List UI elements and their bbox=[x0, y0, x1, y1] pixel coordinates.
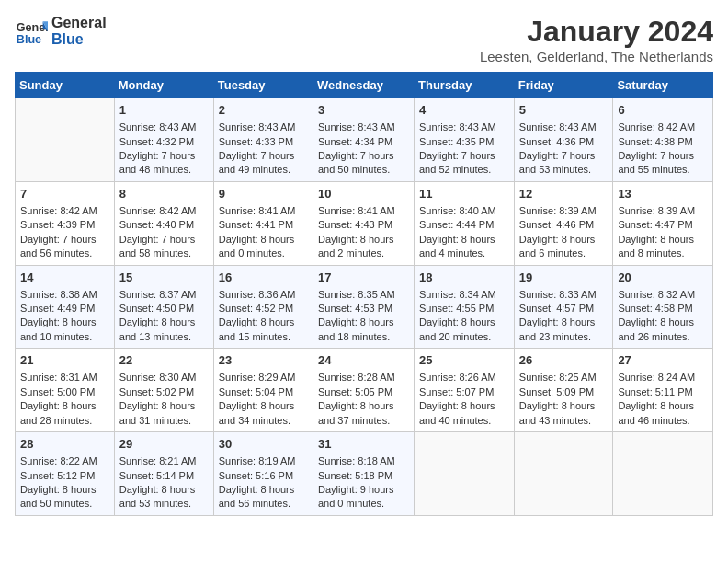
daylight-text: Daylight: 8 hours and 50 minutes. bbox=[20, 484, 97, 509]
sunrise-text: Sunrise: 8:38 AM bbox=[20, 289, 97, 300]
daylight-text: Daylight: 8 hours and 18 minutes. bbox=[318, 316, 394, 341]
sunrise-text: Sunrise: 8:42 AM bbox=[20, 205, 97, 216]
day-cell: 27Sunrise: 8:24 AMSunset: 5:11 PMDayligh… bbox=[613, 349, 713, 432]
daylight-text: Daylight: 8 hours and 13 minutes. bbox=[119, 316, 196, 341]
header-wednesday: Wednesday bbox=[313, 73, 414, 98]
sunset-text: Sunset: 5:07 PM bbox=[419, 386, 494, 397]
day-number: 2 bbox=[219, 102, 308, 119]
day-cell: 15Sunrise: 8:37 AMSunset: 4:50 PMDayligh… bbox=[114, 265, 213, 349]
sunset-text: Sunset: 5:18 PM bbox=[318, 470, 392, 481]
sunrise-text: Sunrise: 8:21 AM bbox=[119, 455, 197, 466]
sunrise-text: Sunrise: 8:18 AM bbox=[318, 455, 395, 466]
day-number: 6 bbox=[618, 102, 708, 119]
day-cell: 26Sunrise: 8:25 AMSunset: 5:09 PMDayligh… bbox=[514, 349, 613, 432]
day-cell: 9Sunrise: 8:41 AMSunset: 4:41 PMDaylight… bbox=[213, 181, 313, 265]
day-number: 12 bbox=[519, 186, 609, 202]
day-cell: 30Sunrise: 8:19 AMSunset: 5:16 PMDayligh… bbox=[213, 432, 313, 516]
day-number: 29 bbox=[119, 436, 209, 453]
day-number: 23 bbox=[219, 352, 308, 369]
sunset-text: Sunset: 4:44 PM bbox=[419, 219, 494, 230]
sunset-text: Sunset: 4:52 PM bbox=[219, 303, 293, 314]
day-number: 3 bbox=[318, 102, 409, 119]
daylight-text: Daylight: 8 hours and 2 minutes. bbox=[318, 234, 394, 259]
day-cell: 5Sunrise: 8:43 AMSunset: 4:36 PMDaylight… bbox=[514, 98, 613, 182]
day-cell bbox=[613, 432, 713, 516]
daylight-text: Daylight: 8 hours and 40 minutes. bbox=[419, 400, 495, 425]
day-cell bbox=[415, 432, 515, 516]
daylight-text: Daylight: 7 hours and 55 minutes. bbox=[618, 150, 694, 175]
daylight-text: Daylight: 8 hours and 46 minutes. bbox=[618, 400, 694, 425]
daylight-text: Daylight: 8 hours and 15 minutes. bbox=[219, 316, 295, 341]
day-cell: 24Sunrise: 8:28 AMSunset: 5:05 PMDayligh… bbox=[313, 349, 414, 432]
day-number: 24 bbox=[318, 352, 409, 369]
daylight-text: Daylight: 8 hours and 4 minutes. bbox=[419, 234, 495, 259]
sunset-text: Sunset: 5:09 PM bbox=[519, 386, 594, 397]
day-cell: 19Sunrise: 8:33 AMSunset: 4:57 PMDayligh… bbox=[514, 265, 613, 349]
sunset-text: Sunset: 4:53 PM bbox=[318, 303, 392, 314]
sunrise-text: Sunrise: 8:43 AM bbox=[318, 121, 395, 132]
daylight-text: Daylight: 8 hours and 53 minutes. bbox=[119, 484, 196, 509]
sunrise-text: Sunrise: 8:29 AM bbox=[219, 372, 296, 383]
day-number: 9 bbox=[219, 186, 308, 202]
daylight-text: Daylight: 7 hours and 56 minutes. bbox=[20, 234, 97, 259]
daylight-text: Daylight: 8 hours and 6 minutes. bbox=[519, 234, 596, 259]
day-cell bbox=[16, 98, 115, 182]
sunrise-text: Sunrise: 8:35 AM bbox=[318, 289, 395, 300]
sunrise-text: Sunrise: 8:36 AM bbox=[219, 289, 296, 300]
sunrise-text: Sunrise: 8:42 AM bbox=[119, 205, 197, 216]
daylight-text: Daylight: 8 hours and 26 minutes. bbox=[618, 316, 694, 341]
week-row-2: 7Sunrise: 8:42 AMSunset: 4:39 PMDaylight… bbox=[16, 181, 713, 265]
header-saturday: Saturday bbox=[613, 73, 713, 98]
daylight-text: Daylight: 7 hours and 53 minutes. bbox=[519, 150, 596, 175]
sunset-text: Sunset: 4:49 PM bbox=[20, 303, 95, 314]
day-number: 26 bbox=[519, 352, 609, 369]
header-monday: Monday bbox=[114, 73, 213, 98]
location-subtitle: Leesten, Gelderland, The Netherlands bbox=[480, 49, 713, 64]
day-number: 28 bbox=[20, 436, 109, 453]
sunrise-text: Sunrise: 8:26 AM bbox=[419, 372, 496, 383]
day-cell: 7Sunrise: 8:42 AMSunset: 4:39 PMDaylight… bbox=[16, 181, 115, 265]
daylight-text: Daylight: 8 hours and 43 minutes. bbox=[519, 400, 596, 425]
day-number: 16 bbox=[219, 270, 308, 286]
day-cell: 29Sunrise: 8:21 AMSunset: 5:14 PMDayligh… bbox=[114, 432, 213, 516]
sunrise-text: Sunrise: 8:32 AM bbox=[618, 289, 695, 300]
sunrise-text: Sunrise: 8:42 AM bbox=[618, 121, 695, 132]
daylight-text: Daylight: 8 hours and 56 minutes. bbox=[219, 484, 295, 509]
day-cell: 6Sunrise: 8:42 AMSunset: 4:38 PMDaylight… bbox=[613, 98, 713, 182]
day-cell: 12Sunrise: 8:39 AMSunset: 4:46 PMDayligh… bbox=[514, 181, 613, 265]
day-cell: 2Sunrise: 8:43 AMSunset: 4:33 PMDaylight… bbox=[213, 98, 313, 182]
day-cell: 21Sunrise: 8:31 AMSunset: 5:00 PMDayligh… bbox=[16, 349, 115, 432]
sunrise-text: Sunrise: 8:31 AM bbox=[20, 372, 97, 383]
month-title: January 2024 bbox=[480, 15, 713, 49]
day-number: 31 bbox=[318, 436, 409, 453]
daylight-text: Daylight: 8 hours and 23 minutes. bbox=[519, 316, 596, 341]
sunset-text: Sunset: 4:47 PM bbox=[618, 219, 692, 230]
daylight-text: Daylight: 7 hours and 50 minutes. bbox=[318, 150, 394, 175]
sunset-text: Sunset: 4:32 PM bbox=[119, 136, 194, 147]
day-cell: 11Sunrise: 8:40 AMSunset: 4:44 PMDayligh… bbox=[415, 181, 515, 265]
day-number: 18 bbox=[419, 270, 509, 286]
day-cell bbox=[514, 432, 613, 516]
header-sunday: Sunday bbox=[16, 73, 115, 98]
sunrise-text: Sunrise: 8:22 AM bbox=[20, 455, 97, 466]
day-number: 8 bbox=[119, 186, 209, 202]
day-number: 11 bbox=[419, 186, 509, 202]
daylight-text: Daylight: 8 hours and 34 minutes. bbox=[219, 400, 295, 425]
day-cell: 14Sunrise: 8:38 AMSunset: 4:49 PMDayligh… bbox=[16, 265, 115, 349]
day-number: 14 bbox=[20, 270, 109, 286]
sunset-text: Sunset: 4:41 PM bbox=[219, 219, 293, 230]
daylight-text: Daylight: 7 hours and 49 minutes. bbox=[219, 150, 295, 175]
svg-text:Blue: Blue bbox=[17, 33, 41, 46]
day-number: 13 bbox=[618, 186, 708, 202]
day-cell: 4Sunrise: 8:43 AMSunset: 4:35 PMDaylight… bbox=[415, 98, 515, 182]
day-cell: 31Sunrise: 8:18 AMSunset: 5:18 PMDayligh… bbox=[313, 432, 414, 516]
header-friday: Friday bbox=[514, 73, 613, 98]
sunrise-text: Sunrise: 8:24 AM bbox=[618, 372, 695, 383]
day-cell: 18Sunrise: 8:34 AMSunset: 4:55 PMDayligh… bbox=[415, 265, 515, 349]
daylight-text: Daylight: 8 hours and 37 minutes. bbox=[318, 400, 394, 425]
day-cell: 13Sunrise: 8:39 AMSunset: 4:47 PMDayligh… bbox=[613, 181, 713, 265]
sunset-text: Sunset: 4:55 PM bbox=[419, 303, 494, 314]
sunset-text: Sunset: 4:38 PM bbox=[618, 136, 692, 147]
daylight-text: Daylight: 9 hours and 0 minutes. bbox=[318, 484, 394, 509]
day-number: 1 bbox=[119, 102, 209, 119]
